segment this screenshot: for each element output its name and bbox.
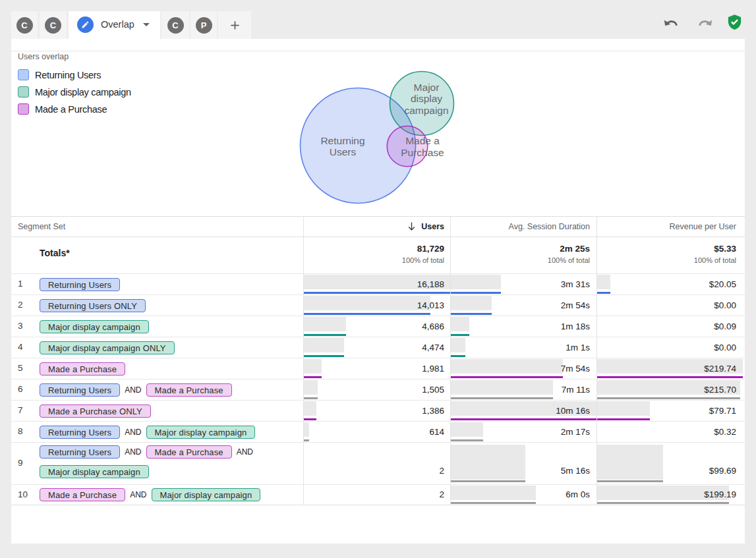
svg-text:Made a: Made a bbox=[405, 135, 440, 146]
svg-text:Major: Major bbox=[414, 82, 440, 93]
svg-text:Purchase: Purchase bbox=[401, 147, 444, 158]
svg-text:Returning: Returning bbox=[320, 135, 364, 146]
svg-text:campaign: campaign bbox=[404, 105, 448, 116]
svg-text:display: display bbox=[411, 93, 442, 104]
svg-text:Users: Users bbox=[330, 146, 357, 157]
